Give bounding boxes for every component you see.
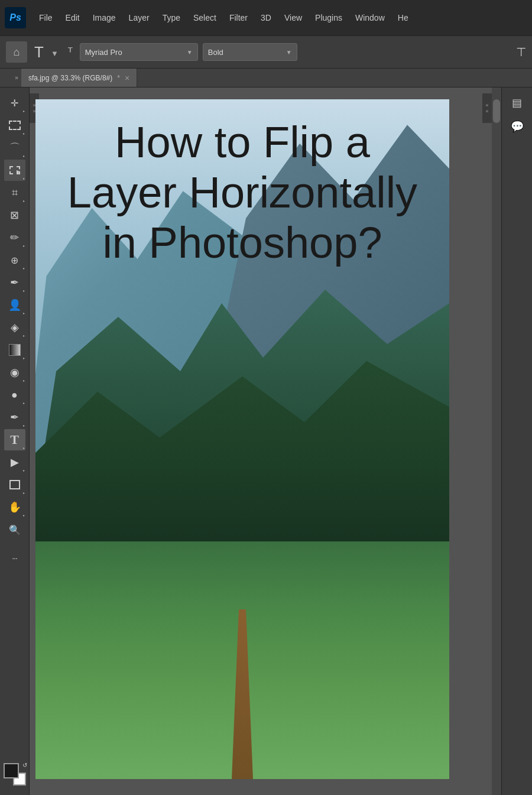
right-panel-toggle[interactable]: « « xyxy=(482,93,492,123)
eraser-tool-button[interactable]: ◈ ▸ xyxy=(4,317,25,338)
sub-tool-indicator: ▸ xyxy=(23,244,25,248)
marquee-icon xyxy=(9,121,21,130)
tab-filename: sfa.jpg @ 33.3% (RGB/8#) xyxy=(28,74,112,82)
more-tools-icon: ··· xyxy=(12,553,17,563)
menu-file[interactable]: File xyxy=(33,11,59,25)
sub-tool-indicator: ▸ xyxy=(23,378,25,382)
crop-tool-button[interactable]: ⌗ ▸ xyxy=(4,182,25,203)
gradient-tool-button[interactable]: ▸ xyxy=(4,339,25,361)
font-family-value: Myriad Pro xyxy=(85,48,187,57)
healing-tool-button[interactable]: ⊕ ▸ xyxy=(4,249,25,271)
stamp-icon: 👤 xyxy=(8,298,21,311)
ps-logo-text: Ps xyxy=(9,12,21,23)
sub-tool-indicator: ▸ xyxy=(23,401,25,405)
sub-tool-indicator: ▸ xyxy=(23,513,25,517)
main-area: ✛ ▸ ▸ ⌒ ▸ ▶ ▸ ⌗ ▸ ⊠ ✏ ▸ ⊕ ▸ xyxy=(0,87,532,795)
options-bar: ⌂ T ▼ ᵀ Myriad Pro ▼ Bold ▼ ⊤ xyxy=(0,35,532,69)
blur-icon: ◉ xyxy=(10,366,20,379)
foreground-color-swatch[interactable] xyxy=(4,763,19,778)
menu-image[interactable]: Image xyxy=(87,11,122,25)
right-panel: ▤ 💬 xyxy=(501,87,532,795)
type-tool-icon-large[interactable]: T xyxy=(34,43,44,61)
brush-icon: ✒ xyxy=(10,276,19,289)
hand-tool-button[interactable]: ✋ ▸ xyxy=(4,497,25,518)
sub-tool-indicator: ▸ xyxy=(23,423,25,427)
font-weight-dropdown[interactable]: Bold ▼ xyxy=(203,43,297,61)
canvas-content: How to Flip a Layer Horizontally in Phot… xyxy=(35,99,449,779)
left-toolbar: ✛ ▸ ▸ ⌒ ▸ ▶ ▸ ⌗ ▸ ⊠ ✏ ▸ ⊕ ▸ xyxy=(0,87,30,795)
path-select-icon: ▶ xyxy=(11,456,19,469)
sub-tool-indicator: ▸ xyxy=(23,288,25,293)
sub-tool-indicator: ▸ xyxy=(23,491,25,495)
sub-tool-indicator: ▸ xyxy=(23,199,25,203)
crop-icon: ⌗ xyxy=(12,187,18,199)
menu-type[interactable]: Type xyxy=(157,11,186,25)
menu-3d[interactable]: 3D xyxy=(255,11,277,25)
lasso-icon: ⌒ xyxy=(9,141,20,155)
rectangle-icon xyxy=(9,480,20,489)
zoom-icon: 🔍 xyxy=(9,524,21,536)
sub-tool-indicator: ▸ xyxy=(23,109,25,113)
canvas-vertical-scrollbar[interactable] xyxy=(492,87,501,795)
menu-plugins[interactable]: Plugins xyxy=(309,11,348,25)
brush-tool-button[interactable]: ✒ ▸ xyxy=(4,272,25,293)
sub-tool-indicator: ▸ xyxy=(23,333,25,338)
tab-bar: » sfa.jpg @ 33.3% (RGB/8#) * × xyxy=(0,69,532,87)
type-tool-icon-small[interactable]: ᵀ xyxy=(68,45,73,59)
sub-tool-indicator: ▸ xyxy=(23,468,25,472)
comments-panel-button[interactable]: 💬 xyxy=(507,116,528,137)
tab-close-button[interactable]: × xyxy=(125,73,129,83)
stamp-tool-button[interactable]: 👤 ▸ xyxy=(4,294,25,316)
frame-icon: ⊠ xyxy=(10,209,19,222)
more-tools-button[interactable]: ··· xyxy=(4,547,25,569)
layers-panel-button[interactable]: ▤ xyxy=(507,92,528,113)
menu-layer[interactable]: Layer xyxy=(123,11,155,25)
blur-tool-button[interactable]: ◉ ▸ xyxy=(4,362,25,383)
comments-icon: 💬 xyxy=(511,120,524,133)
font-family-dropdown[interactable]: Myriad Pro ▼ xyxy=(80,43,198,61)
sub-tool-indicator: ▸ xyxy=(23,446,25,450)
eyedropper-icon: ✏ xyxy=(10,231,19,244)
path-select-tool-button[interactable]: ▶ ▸ xyxy=(4,452,25,473)
dodge-tool-button[interactable]: ● ▸ xyxy=(4,384,25,405)
menu-edit[interactable]: Edit xyxy=(60,11,86,25)
marquee-tool-button[interactable]: ▸ xyxy=(4,115,25,136)
sub-tool-indicator: ▸ xyxy=(23,154,25,158)
frame-tool-button[interactable]: ⊠ xyxy=(4,205,25,226)
menu-help[interactable]: He xyxy=(392,11,414,25)
object-select-tool-button[interactable]: ▶ ▸ xyxy=(4,160,25,181)
menu-view[interactable]: View xyxy=(278,11,308,25)
sub-tool-indicator: ▸ xyxy=(23,356,25,360)
menu-window[interactable]: Window xyxy=(349,11,391,25)
lasso-tool-button[interactable]: ⌒ ▸ xyxy=(4,137,25,158)
hand-icon: ✋ xyxy=(8,501,21,514)
menu-filter[interactable]: Filter xyxy=(223,11,254,25)
dodge-icon: ● xyxy=(11,389,18,401)
swap-colors-button[interactable]: ↺ xyxy=(22,762,27,768)
rectangle-tool-button[interactable]: ▸ xyxy=(4,474,25,495)
chevron-down-icon: ▼ xyxy=(51,49,59,58)
scrollbar-thumb[interactable] xyxy=(493,99,500,123)
healing-icon: ⊕ xyxy=(11,255,18,266)
home-button[interactable]: ⌂ xyxy=(6,41,27,63)
eyedropper-tool-button[interactable]: ✏ ▸ xyxy=(4,227,25,248)
sub-tool-indicator: ▸ xyxy=(23,176,25,180)
ps-logo[interactable]: Ps xyxy=(5,7,26,28)
zoom-tool-button[interactable]: 🔍 xyxy=(4,519,25,540)
pen-icon: ✒ xyxy=(10,411,19,424)
type-tool-button[interactable]: T ▸ xyxy=(4,429,25,450)
left-panel-collapse[interactable]: » xyxy=(12,69,21,87)
title-content: How to Flip a Layer Horizontally in Phot… xyxy=(67,118,417,267)
gradient-icon xyxy=(9,344,21,356)
type-icon: T xyxy=(10,432,19,447)
sub-tool-indicator: ▸ xyxy=(23,131,25,135)
home-icon: ⌂ xyxy=(14,46,20,59)
menu-select[interactable]: Select xyxy=(187,11,222,25)
sub-tool-indicator: ▸ xyxy=(23,311,25,315)
type-resize-icon[interactable]: ⊤ xyxy=(516,45,526,59)
pen-tool-button[interactable]: ✒ ▸ xyxy=(4,407,25,428)
font-family-chevron: ▼ xyxy=(187,49,193,56)
document-tab[interactable]: sfa.jpg @ 33.3% (RGB/8#) * × xyxy=(21,69,137,87)
document-canvas[interactable]: How to Flip a Layer Horizontally in Phot… xyxy=(35,99,449,779)
move-tool-button[interactable]: ✛ ▸ xyxy=(4,92,25,113)
